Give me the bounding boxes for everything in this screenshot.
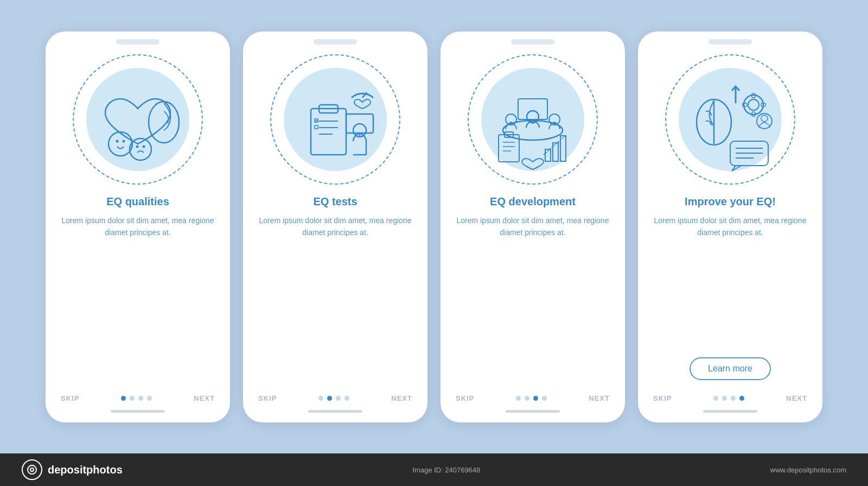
card-eq-development: EQ development Lorem ipsum dolor sit dim… [441,31,625,422]
logo-icon [22,459,42,480]
skip-btn-1[interactable]: SKIP [61,394,79,402]
dot-4-1 [713,396,718,401]
card-title-3: EQ development [479,195,586,208]
svg-point-50 [30,468,34,471]
svg-point-36 [748,99,759,110]
dots-2 [318,396,349,401]
card-eq-tests: EQ tests Lorem ipsum dolor sit dim amet,… [243,31,427,422]
nav-area-2: SKIP NEXT [243,387,427,402]
phone-top-bar-2 [243,31,427,45]
svg-point-49 [28,465,36,474]
dots-1 [121,396,152,401]
dot-4-3 [731,396,736,401]
dot-3-1 [516,396,521,401]
svg-point-6 [143,145,145,148]
card-title-2: EQ tests [302,195,368,208]
dot-4-2 [722,396,727,401]
footer-bar: depositphotos Image ID: 240769648 www.de… [0,453,868,486]
cards-container: EQ qualities Lorem ipsum dolor sit dim a… [0,0,868,453]
dot-2-1 [318,396,323,401]
illustration-eq-development [462,49,603,190]
nav-area-1: SKIP NEXT [46,387,230,402]
dot-1-3 [138,396,143,401]
skip-btn-3[interactable]: SKIP [456,394,474,402]
skip-btn-2[interactable]: SKIP [258,394,277,402]
svg-marker-45 [732,166,741,171]
svg-point-3 [123,140,125,142]
depositphotos-logo: depositphotos [22,459,123,480]
camera-icon [26,464,38,476]
dots-4 [713,396,744,401]
next-btn-3[interactable]: NEXT [589,394,610,402]
eq-development-icon [476,65,590,174]
footer-website: www.depositphotos.com [770,466,846,474]
illustration-improve-eq [660,49,801,190]
svg-rect-31 [518,99,547,119]
home-indicator-2 [308,410,362,413]
eq-tests-icon [281,65,390,174]
card-desc-1: Lorem ipsum dolor sit dim amet, mea regi… [46,214,230,382]
nav-area-4: SKIP NEXT [638,387,822,402]
phone-notch-3 [511,39,554,45]
svg-point-1 [108,132,132,156]
nav-area-3: SKIP NEXT [441,387,625,402]
svg-point-5 [136,145,139,148]
svg-rect-7 [311,109,346,155]
next-btn-1[interactable]: NEXT [194,394,215,402]
dot-4-4 [739,396,744,401]
home-indicator-3 [506,410,560,413]
dot-1-1 [121,396,126,401]
learn-more-button[interactable]: Learn more [690,357,771,380]
dot-1-2 [130,396,135,401]
logo-text: depositphotos [48,464,123,476]
card-desc-3: Lorem ipsum dolor sit dim amet, mea regi… [441,214,625,382]
phone-notch-2 [314,39,357,45]
dot-3-4 [542,396,547,401]
svg-rect-13 [315,125,318,129]
dot-2-4 [344,396,349,401]
card-improve-eq: Improve your EQ! Lorem ipsum dolor sit d… [638,31,822,422]
card-desc-2: Lorem ipsum dolor sit dim amet, mea regi… [243,214,427,382]
card-eq-qualities: EQ qualities Lorem ipsum dolor sit dim a… [46,31,230,422]
skip-btn-4[interactable]: SKIP [653,394,672,402]
phone-top-bar-1 [46,31,230,45]
svg-point-0 [149,102,179,143]
card-title-1: EQ qualities [95,195,180,208]
phone-top-bar-3 [441,31,625,45]
home-indicator-1 [111,410,165,413]
next-btn-2[interactable]: NEXT [391,394,412,402]
dot-2-3 [336,396,341,401]
phone-top-bar-4 [638,31,822,45]
illustration-eq-qualities [67,49,208,190]
dot-3-2 [525,396,529,401]
card-title-4: Improve your EQ! [674,195,787,208]
illustration-eq-tests [265,49,406,190]
next-btn-4[interactable]: NEXT [786,394,807,402]
dot-2-2 [327,396,332,401]
dot-3-3 [533,396,538,401]
phone-notch-1 [116,39,159,45]
dot-1-4 [147,396,152,401]
svg-point-43 [761,115,768,122]
eq-qualities-icon [84,65,192,174]
phone-notch-4 [709,39,752,45]
card-desc-4: Lorem ipsum dolor sit dim amet, mea regi… [638,214,822,350]
footer-image-id: Image ID: 240769648 [412,466,480,474]
dots-3 [516,396,547,401]
svg-point-2 [116,140,119,142]
home-indicator-4 [703,410,757,413]
improve-eq-icon [673,62,787,176]
